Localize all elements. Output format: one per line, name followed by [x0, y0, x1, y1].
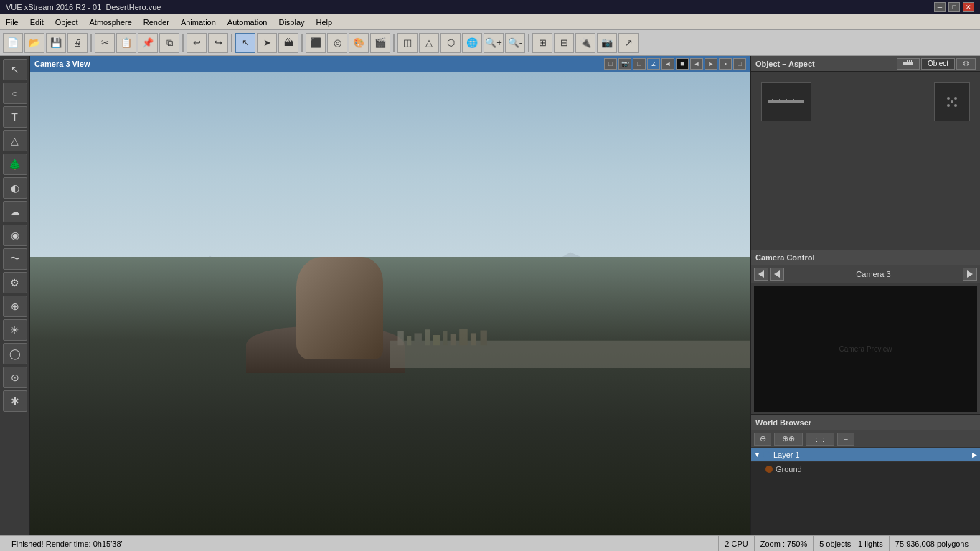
wb-btn-3[interactable]: ::::: [806, 433, 834, 446]
paste-button[interactable]: 📌: [138, 33, 158, 53]
menu-item-display[interactable]: Display: [273, 14, 310, 29]
select-tool[interactable]: ↖: [3, 59, 27, 80]
wb-layer-1[interactable]: ▼ Layer 1 ▶: [751, 448, 980, 462]
oa-header: Object – Aspect Object ⚙: [751, 56, 980, 72]
menu-item-automation[interactable]: Automation: [222, 14, 273, 29]
toolbar: 📄 📂 💾 🖨 ✂ 📋 📌 ⧉ ↩ ↪ ↖ ➤ 🏔 ⬛ ◎ 🎨 🎬 ◫ △ ⬡ …: [0, 30, 980, 56]
copy-button[interactable]: 📋: [116, 33, 136, 53]
terrain-button[interactable]: 🏔: [278, 33, 298, 53]
new-button[interactable]: 📄: [3, 33, 23, 53]
wb-header: World Browser: [751, 415, 980, 430]
star-tool[interactable]: ✱: [3, 390, 27, 412]
move-button[interactable]: ➤: [257, 33, 277, 53]
left-toolbar: ↖ ○ T △ 🌲 ◐ ☁ ◉ 〜 ⚙ ⊕ ☀ ◯ ⊙ ✱: [0, 56, 30, 535]
oa-tab-ruler[interactable]: [897, 58, 920, 70]
vp-btn-2[interactable]: □: [633, 58, 646, 70]
planet-tool[interactable]: ◉: [3, 225, 27, 246]
svg-rect-15: [905, 60, 905, 62]
globe-button[interactable]: 🌐: [462, 33, 482, 53]
svg-rect-6: [414, 333, 421, 345]
cloud-tool[interactable]: ☁: [3, 201, 27, 222]
wb-item-ground[interactable]: Ground: [751, 462, 980, 476]
print-button[interactable]: 🖨: [67, 33, 88, 53]
oa-tab-settings[interactable]: ⚙: [956, 58, 976, 70]
half-circle-tool[interactable]: ◐: [3, 177, 27, 199]
maximize-button[interactable]: □: [948, 2, 960, 12]
vp-btn-arr2[interactable]: ◄: [690, 58, 703, 70]
save-button[interactable]: 💾: [46, 33, 66, 53]
film-button[interactable]: 🎬: [370, 33, 390, 53]
sun-tool[interactable]: ☀: [3, 319, 27, 341]
tree-tool[interactable]: 🌲: [3, 154, 27, 175]
cut-button[interactable]: ✂: [95, 33, 115, 53]
vp-btn-arr3[interactable]: ►: [705, 58, 717, 70]
redo-button[interactable]: ↪: [208, 33, 228, 53]
menu-item-atmosphere[interactable]: Atmosphere: [84, 14, 138, 29]
layout3-button[interactable]: ⬡: [440, 33, 461, 53]
circle2-tool[interactable]: ◯: [3, 343, 27, 364]
close-button[interactable]: ✕: [963, 2, 974, 12]
menu-item-animation[interactable]: Animation: [175, 14, 222, 29]
text-tool[interactable]: T: [3, 106, 27, 128]
target-tool[interactable]: ⊙: [3, 367, 27, 388]
plus-tool[interactable]: ⊕: [3, 296, 27, 317]
open-button[interactable]: 📂: [24, 33, 44, 53]
wb-scroll-right[interactable]: ▶: [972, 451, 977, 458]
settlement: [390, 313, 750, 369]
render-region-button[interactable]: ⊟: [554, 33, 574, 53]
vp-btn-camera[interactable]: 📷: [618, 58, 631, 70]
settings-tool[interactable]: ⚙: [3, 272, 27, 293]
network-button[interactable]: ↗: [618, 33, 639, 53]
triangle-tool[interactable]: △: [3, 130, 27, 151]
object-aspect-panel: Object – Aspect Object ⚙: [751, 56, 980, 250]
wb-btn-1[interactable]: ⊕: [754, 433, 771, 446]
clone-button[interactable]: ⧉: [159, 33, 179, 53]
svg-rect-8: [433, 335, 440, 345]
frame-button[interactable]: ⊞: [532, 33, 552, 53]
vp-btn-blk[interactable]: ■: [676, 58, 689, 70]
material-button[interactable]: 🎨: [349, 33, 369, 53]
wb-layer-expand[interactable]: ▼: [754, 451, 760, 458]
sphere-button[interactable]: ◎: [327, 33, 347, 53]
window-controls: ─ □ ✕: [934, 2, 974, 12]
menu-item-file[interactable]: File: [0, 14, 24, 29]
minimize-button[interactable]: ─: [934, 2, 946, 12]
menu-item-object[interactable]: Object: [50, 14, 84, 29]
menu-item-help[interactable]: Help: [311, 14, 339, 29]
vp-btn-sq[interactable]: ▪: [719, 58, 732, 70]
oa-tabs: Object ⚙: [897, 58, 976, 70]
oa-tab-object[interactable]: Object: [921, 58, 955, 70]
vp-btn-1[interactable]: □: [604, 58, 617, 70]
sep1: [90, 34, 92, 52]
rock-formation: [296, 257, 382, 359]
render-time-text: Finished! Render time: 0h15'38": [11, 540, 123, 548]
zoom-in-button[interactable]: 🔍+: [484, 33, 504, 53]
camera-button[interactable]: 📷: [597, 33, 617, 53]
layout1-button[interactable]: ◫: [397, 33, 418, 53]
oa-thumbnail-dots: [934, 82, 970, 121]
wb-btn-2[interactable]: ⊕⊕: [774, 433, 803, 446]
svg-marker-30: [758, 270, 764, 278]
undo-button[interactable]: ↩: [187, 33, 207, 53]
viewport-canvas[interactable]: [30, 72, 750, 535]
select-button[interactable]: ↖: [235, 33, 255, 53]
svg-point-26: [954, 97, 957, 100]
cube-button[interactable]: ⬛: [306, 33, 326, 53]
svg-rect-12: [471, 333, 476, 345]
world-browser-panel: World Browser ⊕ ⊕⊕ :::: ≡ ▼ Layer 1 ▶ Gr…: [751, 415, 980, 535]
cc-prev-btn[interactable]: [754, 268, 768, 281]
layout2-button[interactable]: △: [419, 33, 439, 53]
cc-back-btn[interactable]: [770, 268, 784, 281]
render-button[interactable]: 🔌: [575, 33, 595, 53]
menu-item-edit[interactable]: Edit: [24, 14, 50, 29]
polygons-text: 75,936,008 polygons: [895, 540, 969, 548]
path-tool[interactable]: 〜: [3, 248, 27, 270]
vp-btn-arr1[interactable]: ◄: [661, 58, 674, 70]
circle-tool[interactable]: ○: [3, 83, 27, 104]
vp-btn-max[interactable]: □: [733, 58, 746, 70]
zoom-out-button[interactable]: 🔍-: [505, 33, 525, 53]
vp-btn-z[interactable]: Z: [647, 58, 660, 70]
menu-item-render[interactable]: Render: [138, 14, 175, 29]
wb-btn-4[interactable]: ≡: [837, 433, 854, 446]
cc-next-btn[interactable]: [963, 268, 977, 281]
